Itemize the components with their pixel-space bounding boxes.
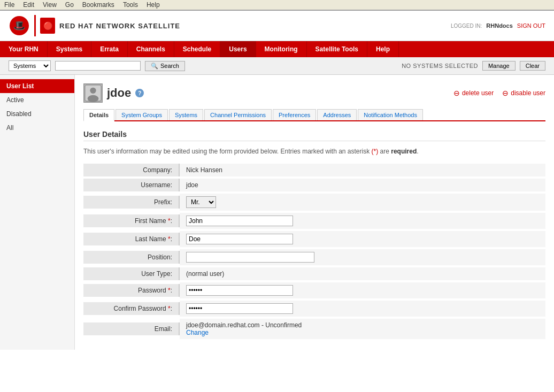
first-name-label: First Name *: [83,214,180,227]
no-systems-label: No Systems Selected [402,63,478,69]
menu-tools[interactable]: Tools [123,1,138,9]
menu-file[interactable]: File [4,1,14,9]
form-row-position: Position: [83,249,545,265]
nav-monitoring[interactable]: Monitoring [256,41,307,57]
position-input[interactable] [186,252,314,263]
form-row-password: Password *: [83,282,545,298]
delete-user-link[interactable]: ⊖ delete user [453,89,494,97]
nav-errata[interactable]: Errata [91,41,128,57]
svg-point-5 [90,88,96,94]
user-actions: ⊖ delete user ⊖ disable user [453,89,545,97]
search-magnifier-icon: 🔍 [151,63,158,70]
user-icon [83,83,103,103]
tab-details[interactable]: Details [83,109,114,121]
sidebar: User List Active Disabled All [0,75,75,350]
form-row-company: Company: Nick Hansen [83,164,545,176]
svg-point-6 [88,95,99,102]
tab-channel-permissions[interactable]: Channel Permissions [204,109,272,120]
section-title: User Details [83,130,545,141]
menu-help[interactable]: Help [147,1,160,9]
nav-channels[interactable]: Channels [128,41,174,57]
company-value: Nick Hansen [186,166,222,174]
form-row-prefix: Prefix: Mr.Mrs.Ms.Dr.Prof. [83,194,545,211]
form-row-first-name: First Name *: [83,213,545,229]
help-icon[interactable]: ? [135,89,144,97]
manage-button[interactable]: Manage [482,61,515,71]
menu-go[interactable]: Go [65,1,74,9]
nav-users[interactable]: Users [220,41,256,57]
email-label: Email: [83,322,180,335]
confirm-password-label: Confirm Password *: [83,302,180,315]
form-row-email: Email: jdoe@domain.redhat.com - Unconfir… [83,319,545,339]
tab-addresses[interactable]: Addresses [317,109,357,120]
search-button[interactable]: 🔍 Search [145,61,185,71]
position-label: Position: [83,251,180,264]
user-form: Company: Nick Hansen Username: jdoe Pref… [83,164,545,339]
user-type-label: User Type: [83,267,180,280]
disable-user-link[interactable]: ⊖ disable user [502,89,545,97]
disable-icon: ⊖ [502,89,509,97]
clear-button[interactable]: Clear [520,61,545,71]
nav-systems[interactable]: Systems [48,41,91,57]
menu-edit[interactable]: Edit [23,1,34,9]
nav-satellite-tools[interactable]: Satellite Tools [307,41,367,57]
username-value: jdoe [186,181,198,189]
svg-text:🔴: 🔴 [43,21,53,30]
user-type-value: (normal user) [186,270,224,278]
user-display-name: jdoe [107,86,131,100]
form-row-user-type: User Type: (normal user) [83,267,545,280]
password-input[interactable] [186,285,293,296]
email-value: jdoe@domain.redhat.com - Unconfirmed [186,321,539,329]
login-info: Logged in: RHNdocs Sign Out [451,22,545,29]
nav-your-rhn[interactable]: Your RHN [0,41,48,57]
nav-help[interactable]: Help [367,41,399,57]
sidebar-item-disabled[interactable]: Disabled [0,107,74,121]
last-name-input[interactable] [186,234,293,244]
form-row-username: Username: jdoe [83,179,545,191]
search-bar: SystemsPackagesErrata 🔍 Search No System… [0,57,554,75]
form-row-confirm-password: Confirm Password *: [83,301,545,317]
logo: 🎩 🔴 RED HAT NETWORK SATELLITE [9,15,180,36]
tab-systems[interactable]: Systems [169,109,203,120]
company-label: Company: [83,164,180,176]
sign-out-link[interactable]: Sign Out [517,22,545,29]
last-name-label: Last Name *: [83,233,180,245]
password-label: Password *: [83,284,180,297]
logged-in-user: RHNdocs [486,22,513,29]
email-change-link[interactable]: Change [186,329,209,336]
user-header: jdoe ? ⊖ delete user ⊖ disable user [83,83,545,103]
delete-icon: ⊖ [453,89,460,97]
prefix-label: Prefix: [83,196,180,209]
sidebar-item-user-list[interactable]: User List [0,79,74,93]
search-input[interactable] [55,61,141,71]
tab-notification-methods[interactable]: Notification Methods [358,109,423,120]
menu-bookmarks[interactable]: Bookmarks [82,1,114,9]
content-area: jdoe ? ⊖ delete user ⊖ disable user Deta… [75,75,554,350]
form-row-last-name: Last Name *: [83,231,545,247]
first-name-input[interactable] [186,216,293,226]
svg-text:🎩: 🎩 [13,20,26,32]
redhat-logo-icon: 🎩 [9,15,30,36]
sidebar-item-all[interactable]: All [0,121,74,135]
search-type-select[interactable]: SystemsPackagesErrata [9,60,51,71]
login-label: Logged in: [451,23,482,29]
main-nav: Your RHN Systems Errata Channels Schedul… [0,41,554,57]
prefix-select[interactable]: Mr.Mrs.Ms.Dr.Prof. [186,196,216,208]
tab-system-groups[interactable]: System Groups [116,109,168,120]
redhat-flag-icon: 🔴 [40,15,56,36]
nav-schedule[interactable]: Schedule [174,41,220,57]
confirm-password-input[interactable] [186,303,293,314]
logo-text: RED HAT NETWORK SATELLITE [59,22,180,30]
username-label: Username: [83,179,180,191]
tab-preferences[interactable]: Preferences [273,109,316,120]
sidebar-item-active[interactable]: Active [0,93,74,107]
menu-view[interactable]: View [43,1,57,9]
info-text: This user's information may be edited us… [83,148,545,155]
user-tabs: Details System Groups Systems Channel Pe… [83,109,545,121]
